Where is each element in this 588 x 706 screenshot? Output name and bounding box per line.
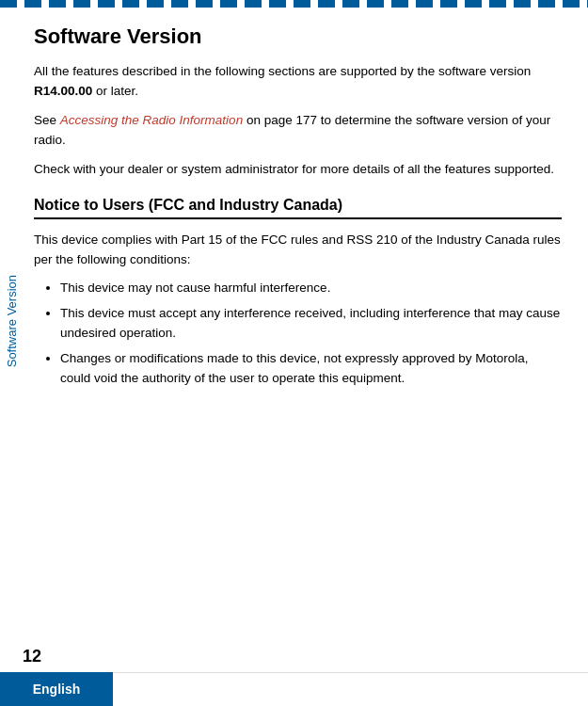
software-version-title: Software Version <box>34 24 562 49</box>
para1-text-before: All the features described in the follow… <box>34 64 531 78</box>
para1-text-after: or later. <box>92 84 138 98</box>
software-version-para-1: All the features described in the follow… <box>34 62 562 102</box>
list-item: Changes or modifications made to this de… <box>60 349 562 389</box>
notice-to-users-section: Notice to Users (FCC and Industry Canada… <box>34 197 562 389</box>
side-tab-label: Software Version <box>5 275 19 367</box>
software-version-para-2: See Accessing the Radio Information on p… <box>34 111 562 151</box>
side-tab: Software Version <box>0 8 23 634</box>
bottom-bar: English <box>0 672 588 706</box>
bottom-bar-right <box>113 672 588 706</box>
top-border <box>0 0 588 8</box>
list-item: This device may not cause harmful interf… <box>60 279 562 298</box>
para1-bold: R14.00.00 <box>34 84 92 98</box>
para3-plain: Check with your dealer or system adminis… <box>34 162 554 176</box>
notice-bullet-list: This device may not cause harmful interf… <box>60 279 562 389</box>
language-button[interactable]: English <box>0 672 113 706</box>
language-label: English <box>33 682 81 697</box>
software-version-para-3: Check with your dealer or system adminis… <box>34 160 562 180</box>
notice-intro: This device complies with Part 15 of the… <box>34 231 562 270</box>
page-number: 12 <box>23 647 41 666</box>
notice-to-users-title: Notice to Users (FCC and Industry Canada… <box>34 197 562 219</box>
radio-info-link[interactable]: Accessing the Radio Information <box>60 113 243 127</box>
list-item: This device must accept any interference… <box>60 304 562 344</box>
para2-text-before: See <box>34 113 60 127</box>
page-footer: 12 <box>0 641 588 672</box>
software-version-section: Software Version All the features descri… <box>34 24 562 180</box>
main-content: Software Version All the features descri… <box>23 8 588 634</box>
